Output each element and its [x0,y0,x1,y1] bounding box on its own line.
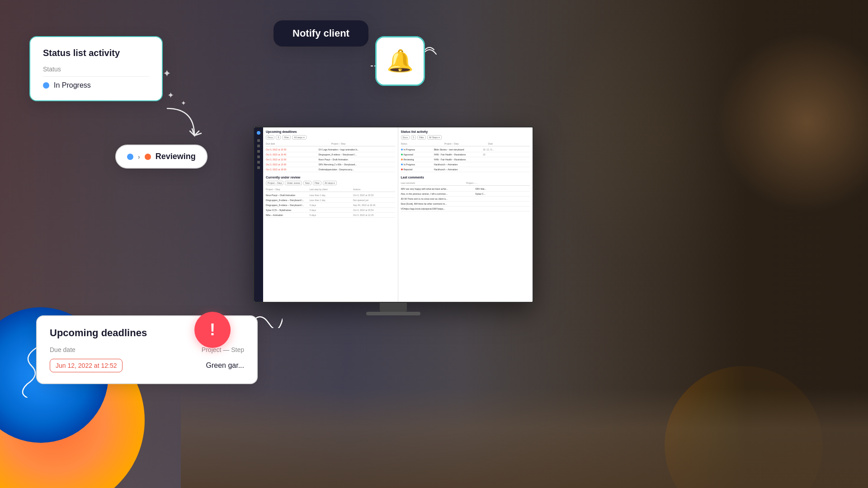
notify-client-card[interactable]: Notify client [274,20,368,47]
exclamation-icon: ! [210,320,215,339]
table-row: 3D 09 There stch is no voice-over as cli… [401,197,530,202]
screen-left-panel: Upcoming deadlines Docs 5 Filter All ste… [263,127,398,302]
review-filter-allsteps[interactable]: All steps ▾ [323,181,337,185]
status-in-progress: In Progress [43,81,149,89]
reviewing-label: Reviewing [156,152,196,161]
table-row: Oct 3, 2022 at 12:00 Novo Pasyt – Draft … [266,157,395,162]
screen-upcoming-title: Upcoming deadlines [266,130,395,133]
screen-status-filter: Docs 5 Filter All Steps ▾ [401,135,530,140]
status-filter-docs[interactable]: Docs [401,135,410,140]
status-filter-filter[interactable]: Filter [417,135,426,140]
monitor-screen: Upcoming deadlines Docs 5 Filter All ste… [253,127,533,303]
screen-review-filter: Project – Step Under review Now Filter A… [266,181,395,185]
review-filter-under[interactable]: Under review [285,181,302,185]
sidebar-logo-dot [257,131,260,135]
table-row: Novo Pasyt – Draft Animation Less than 1… [266,193,395,198]
bell-icon: 🔔 [387,48,414,74]
filter-docs[interactable]: Docs [266,135,274,140]
review-dot-orange [145,154,151,160]
deadline-date: Jun 12, 2022 at 12:52 [50,359,123,372]
review-filter-now[interactable]: Now [303,181,311,185]
status-filter-5[interactable]: 5 [411,135,416,140]
deadline-project: Green gar... [206,361,245,370]
screen-review-title: Currently under review [266,176,395,179]
col-due-date: Due date [266,142,330,145]
table-row: SRV are very happy with what we have ach… [401,187,530,192]
deadline-row: Jun 12, 2022 at 12:52 Green gar... [50,359,244,372]
table-row: Dear [Scott], Will there be other commen… [401,202,530,206]
table-row: Approved HAN - Fair Health – Illustratio… [401,152,530,157]
table-row: In Progress Hackhunch – Animation [401,162,530,167]
screen-main: Upcoming deadlines Docs 5 Filter All ste… [263,127,533,302]
table-row: Dingruppen_9-videos – Storyboard l... 3 … [266,203,395,208]
screen-right-panel: Status list activity Docs 5 Filter All S… [398,127,533,302]
monitor-stand-base [366,312,420,315]
status-list-card: Status list activity Status In Progress [29,36,163,101]
sidebar-icon-3 [257,150,260,153]
table-row: Dingruppen_9-videos – Storyboard I... Le… [266,198,395,203]
screen-comments-title: Last comments [401,176,530,179]
monitor: Upcoming deadlines Docs 5 Filter All ste… [253,127,533,316]
review-filter-project[interactable]: Project – Step [266,181,283,185]
table-row: Oct 3, 2022 at 19:00 Onderwijspecialan -… [266,167,395,172]
screen-filter-row: Docs 5 Filter All steps ▾ [266,135,395,140]
alert-circle: ! [194,312,231,348]
due-date-col: Due date [50,346,75,353]
table-row: Also, in the previous version, I left a … [401,192,530,197]
table-row: Rejected Hackhunch – Animation [401,167,530,172]
monitor-stand-neck [380,303,407,312]
status-table-header: Status Project – Step Date [401,141,530,146]
screen-sidebar [254,127,263,302]
notify-client-text: Notify client [292,28,349,39]
screen-status-title: Status list activity [401,130,530,133]
filter-filter[interactable]: Filter [282,135,291,140]
filter-5[interactable]: 5 [276,135,281,140]
sidebar-icon-2 [257,145,260,147]
review-filter-filter[interactable]: Filter [313,181,321,185]
review-dot-blue [127,154,133,160]
desk-surface [181,389,868,488]
table-row: Nthu – Animation 5 days Oct 3, 2022 at 1… [266,213,395,218]
status-dot-blue [43,82,49,89]
table-row: Reviewing HAN - Fair Health – Illustrati… [401,157,530,162]
table-row: In Progress Bible Stories – text storybo… [401,147,530,152]
screen-content: Upcoming deadlines Docs 5 Filter All ste… [254,127,533,302]
review-arrow-icon: › [138,153,140,160]
bell-card: 🔔 [375,36,425,86]
sidebar-icon-4 [257,155,260,158]
status-card-title: Status list activity [43,48,149,58]
col-project-step: Project – Step [331,142,395,145]
table-row: Oct 3, 2022 at 13:30 SRV Alenvinng 2 x 6… [266,162,395,167]
table-row: Oct 3, 2022 at 10:45 Dingruppen_9-videos… [266,152,395,157]
table-row: VOhttps://app.krock.io/projects/1997/ste… [401,206,530,211]
status-value: In Progress [54,81,91,89]
sidebar-icon-5 [257,161,260,164]
reviewing-card: › Reviewing [115,145,208,169]
screen-table-header: Due date Project – Step [266,141,395,146]
table-row: Oct 3, 2022 at 10:30 GV Logo Animation –… [266,147,395,152]
status-filter-allsteps[interactable]: All Steps ▾ [427,135,442,140]
comments-table-header: Last comment Project – ... [401,181,530,186]
sidebar-icon-6 [257,166,260,169]
status-card-label: Status [43,66,149,77]
review-table-header: Project – Step Last step by client Actio… [266,187,395,192]
sidebar-icon-1 [257,139,260,142]
table-row: Sylav CCS – Styleframes 3 days Oct 3, 20… [266,208,395,213]
filter-allsteps[interactable]: All steps ▾ [292,135,306,140]
